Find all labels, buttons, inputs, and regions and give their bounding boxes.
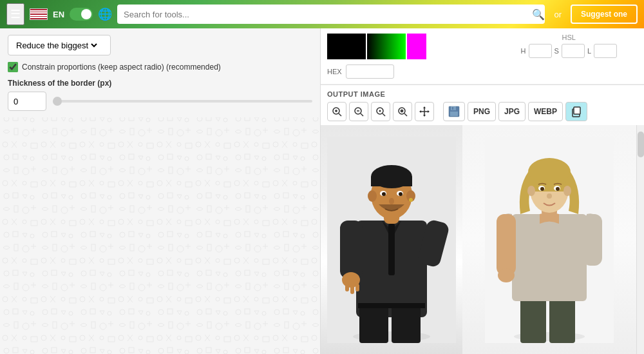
svg-point-68 [540,187,544,191]
zoom-out-button[interactable] [349,102,368,121]
svg-rect-31 [340,221,363,279]
language-label: EN [53,10,64,19]
dropdown-row: Reduce the biggest [8,35,312,55]
flag-icon [30,8,48,20]
woman-figure [485,137,614,343]
suggest-button[interactable]: Suggest one [571,5,638,24]
svg-marker-20 [428,110,430,113]
jpg-button[interactable]: JPG [498,102,526,121]
left-panel: Reduce the biggest Constrain proportions… [0,28,321,354]
constrain-checkbox[interactable] [8,62,18,72]
hex-label: HEX [327,68,342,75]
svg-rect-33 [359,304,388,343]
hsl-title: HSL [521,34,617,41]
webp-button[interactable]: WEBP [528,102,563,121]
search-input[interactable] [117,5,545,24]
svg-point-40 [368,190,377,202]
zoom-100-button[interactable] [393,102,412,121]
zoom-100-icon [397,106,408,117]
background-pattern [0,112,320,354]
checkbox-row: Constrain proportions (keep aspect radio… [8,62,312,72]
main-container: Reduce the biggest Constrain proportions… [0,28,644,354]
reduce-select[interactable]: Reduce the biggest [14,40,99,51]
move-icon [419,106,430,117]
svg-rect-34 [392,304,421,343]
svg-point-47 [409,198,413,202]
left-controls: Reduce the biggest Constrain proportions… [0,28,320,117]
svg-rect-52 [388,224,395,275]
output-image-area [321,125,644,354]
svg-rect-50 [350,285,354,294]
people-container [321,125,636,354]
swatches-row [327,34,426,59]
us-flag [30,8,48,20]
person-left [321,125,462,354]
svg-marker-19 [419,110,421,113]
zoom-fit-button[interactable] [371,102,390,121]
output-label: OUTPUT IMAGE [321,85,644,102]
toggle-switch[interactable] [70,8,93,21]
hsl-row: H 0 S 0 L 100 [521,44,617,58]
person-right [462,125,636,354]
output-scrollbar[interactable] [636,125,644,354]
magenta-swatch[interactable] [407,34,426,59]
header: ☰ EN 🌐 🔍 or Suggest one [0,0,644,28]
copy-button[interactable] [565,102,587,121]
or-label: or [554,10,562,19]
reduce-dropdown[interactable]: Reduce the biggest [8,35,111,55]
black-swatch[interactable] [327,34,366,59]
svg-rect-35 [358,303,425,308]
color-section: HEX #ffffff HSL H 0 S 0 L 100 [321,28,644,85]
svg-line-3 [339,113,341,116]
move-tool-button[interactable] [415,102,434,121]
svg-point-8 [379,110,381,112]
hex-input[interactable]: #ffffff [346,64,394,79]
svg-line-6 [361,113,363,116]
man-figure [327,137,456,343]
thickness-input[interactable]: 0 [8,92,46,111]
zoom-out-icon [353,106,365,117]
svg-point-65 [564,186,571,196]
zoom-fit-icon [375,106,386,117]
s-label: S [554,47,559,55]
zoom-in-icon [331,106,343,117]
hsl-section: HSL H 0 S 0 L 100 [521,34,623,58]
color-swatches-group: HEX #ffffff [327,34,426,79]
svg-marker-17 [423,106,426,108]
png-button[interactable]: PNG [468,102,496,121]
l-input[interactable]: 100 [594,44,617,58]
copy-icon [571,106,582,117]
zoom-in-button[interactable] [327,102,346,121]
globe-icon: 🌐 [98,7,112,21]
svg-marker-18 [423,115,426,117]
svg-rect-59 [583,214,602,266]
h-input[interactable]: 0 [529,44,552,58]
color-picker-area: HEX #ffffff HSL H 0 S 0 L 100 [321,28,644,84]
output-section: OUTPUT IMAGE [321,85,644,354]
svg-rect-51 [355,284,359,291]
search-icon-button[interactable]: 🔍 [532,8,545,21]
menu-button[interactable]: ☰ [6,3,24,25]
svg-rect-24 [450,112,458,116]
svg-point-46 [389,198,394,204]
svg-rect-26 [574,107,580,114]
save-icon [448,105,460,118]
s-input[interactable]: 0 [562,44,585,58]
svg-line-9 [383,113,385,116]
svg-point-64 [527,186,535,196]
gradient-swatch[interactable] [367,34,406,59]
svg-rect-58 [497,214,516,275]
svg-line-13 [404,113,407,116]
scrollbar-thumb[interactable] [638,132,644,157]
svg-point-44 [382,192,386,196]
right-panel: HEX #ffffff HSL H 0 S 0 L 100 [321,28,644,354]
svg-rect-23 [452,107,453,110]
thickness-label: Thickness of the border (px) [8,79,312,88]
thickness-slider[interactable] [53,100,312,103]
thickness-row: 0 [8,92,312,111]
save-button[interactable] [443,102,465,121]
svg-rect-56 [549,297,575,343]
svg-rect-39 [371,177,412,186]
output-image-content [321,125,636,354]
checkbox-label: Constrain proportions (keep aspect radio… [22,63,221,72]
